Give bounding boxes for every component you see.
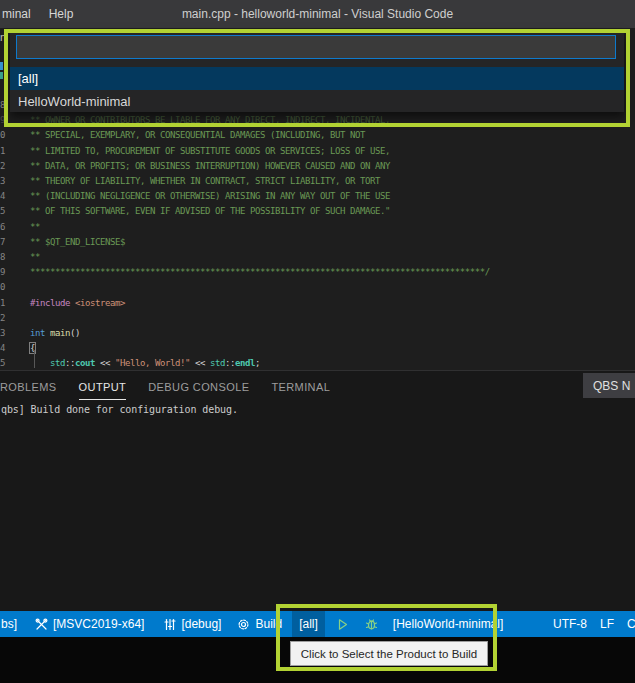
tab-terminal[interactable]: TERMINAL [271,375,330,400]
code-line: 7** $QT_END_LICENSE$ [0,235,635,250]
output-channel-select[interactable]: QBS N [583,373,635,398]
statusbar-label: C [627,617,635,631]
code-line: 5** OF THIS SOFTWARE, EVEN IF ADVISED OF… [0,204,635,219]
line-number: 9 [0,113,7,128]
line-number: 1 [0,296,7,311]
quick-pick-item-all[interactable]: [all] [10,67,624,90]
code-line: 9***************************************… [0,265,635,280]
line-number: 2 [0,159,7,174]
line-number: 9 [0,265,7,280]
statusbar-item-encoding[interactable]: UTF-8 [553,611,587,637]
code-line: 1** LIMITED TO, PROCUREMENT OF SUBSTITUT… [0,144,635,159]
statusbar-item-run-product[interactable]: [HelloWorld-minimal] [389,611,507,637]
statusbar-label: [all] [299,617,318,631]
line-number: 3 [0,326,7,341]
code-line: 0** SPECIAL, EXEMPLARY, OR CONSEQUENTIAL… [0,128,635,143]
line-number: 2 [0,311,7,326]
statusbar-label: [HelloWorld-minimal] [393,617,503,631]
gear-icon [237,618,250,631]
code-line: 3** THEORY OF LIABILITY, WHETHER IN CONT… [0,174,635,189]
code-line: 5 std::cout << "Hello, World!" << std::e… [0,356,635,370]
output-log-line: qbs] Build done for configuration debug. [1,404,238,415]
clipped-icon-fragment [0,72,3,79]
build-product-tooltip: Click to Select the Product to Build [290,641,488,666]
quick-pick-item-label: HelloWorld-minimal [18,94,130,109]
statusbar-label: [debug] [181,617,221,631]
sliders-icon [164,618,176,631]
statusbar-right-group: UTF-8 LF C [553,611,635,637]
statusbar-item-profile[interactable]: [MSVC2019-x64] [31,611,148,637]
line-number: 8 [0,250,7,265]
code-line: 1#include <iostream> [0,296,635,311]
quick-pick-input[interactable] [16,35,616,59]
quick-pick-panel: [all] HelloWorld-minimal [10,30,624,112]
tooltip-text: Click to Select the Product to Build [301,648,477,660]
quick-pick-item-helloworld[interactable]: HelloWorld-minimal [10,90,624,113]
statusbar-label: [MSVC2019-x64] [53,617,144,631]
code-line: 2** DATA, OR PROFITS; OR BUSINESS INTERR… [0,159,635,174]
line-number: 1 [0,144,7,159]
line-number: 6 [0,220,7,235]
clipped-text-artifact: n [0,31,6,43]
bug-icon [365,618,378,631]
tools-icon [35,618,48,631]
statusbar-debug-button[interactable] [361,611,382,637]
menu-item-help[interactable]: Help [40,0,83,28]
bottom-panel: ROBLEMS OUTPUT DEBUG CONSOLE TERMINAL QB… [0,370,635,611]
clipped-icon-fragment [0,62,3,70]
statusbar-item-build[interactable]: Build [233,611,286,637]
window-title: main.cpp - helloworld-minimal - Visual S… [0,7,635,21]
statusbar-item-qbs[interactable]: bs] [0,611,21,637]
play-icon [336,618,349,631]
statusbar-label: UTF-8 [553,617,587,631]
indent-guide [34,350,35,368]
code-line: 2 [0,311,635,326]
statusbar-item-language[interactable]: C [627,611,635,637]
statusbar-label: Build [255,617,282,631]
code-line: 4** (INCLUDING NEGLIGENCE OR OTHERWISE) … [0,189,635,204]
code-line: 8** [0,250,635,265]
code-line: 3int main() [0,326,635,341]
line-number: 4 [0,341,7,356]
line-number: 4 [0,189,7,204]
line-number: 8 [0,98,7,113]
panel-tab-bar: ROBLEMS OUTPUT DEBUG CONSOLE TERMINAL [0,375,352,399]
statusbar-label: LF [600,617,614,631]
statusbar-label: bs] [1,617,17,631]
tab-problems[interactable]: ROBLEMS [0,375,57,400]
menu-item-terminal[interactable]: minal [0,0,40,28]
statusbar-item-product[interactable]: [all] [292,611,325,637]
line-number: 7 [0,235,7,250]
line-number: 5 [0,204,7,219]
line-number: 3 [0,174,7,189]
tab-debug-console[interactable]: DEBUG CONSOLE [148,375,249,400]
statusbar-item-configuration[interactable]: [debug] [160,611,225,637]
statusbar-run-button[interactable] [332,611,353,637]
code-line: 9** OWNER OR CONTRIBUTORS BE LIABLE FOR … [0,113,635,128]
tab-output[interactable]: OUTPUT [79,375,127,400]
quick-pick-item-label: [all] [18,71,38,86]
code-line: 0 [0,280,635,295]
title-bar: minal Help main.cpp - helloworld-minimal… [0,0,635,28]
line-number: 0 [0,280,7,295]
line-number: 5 [0,356,7,370]
statusbar-item-eol[interactable]: LF [600,611,614,637]
code-line: 4{ [0,341,635,356]
code-line: 6** [0,220,635,235]
status-bar: bs] [MSVC2019-x64] [debug] Build [ [0,611,635,637]
line-number: 0 [0,128,7,143]
